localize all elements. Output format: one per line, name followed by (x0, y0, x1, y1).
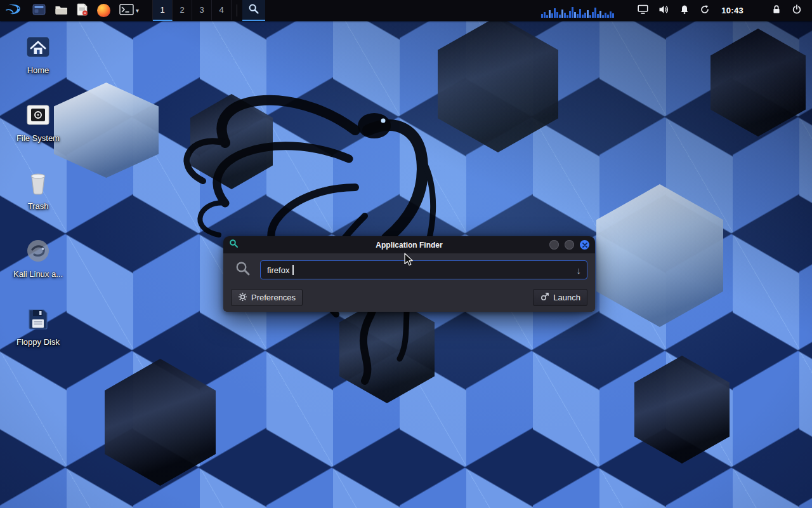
system-monitor-graph (541, 4, 616, 18)
text-editor-launcher[interactable] (72, 0, 93, 21)
top-panel: ▾ 1 2 3 4 (0, 0, 812, 21)
search-input[interactable]: firefox ↓ (260, 260, 587, 279)
power-icon (792, 4, 802, 17)
workspace-button-2[interactable]: 2 (173, 0, 192, 21)
desktop-icon-column: Home File System Trash (8, 32, 69, 363)
applications-menu-button[interactable] (0, 0, 28, 21)
panel-separator (237, 4, 237, 17)
maximize-button[interactable] (565, 240, 574, 250)
launch-label: Launch (553, 293, 580, 302)
application-finder-window: Application Finder (223, 236, 595, 312)
terminal-launcher[interactable]: ▾ (115, 0, 143, 21)
volume-icon (658, 4, 669, 17)
system-tray: 10:43 (541, 0, 812, 21)
workspace-button-1[interactable]: 1 (153, 0, 173, 21)
desktop-icon-trash[interactable]: Trash (8, 168, 69, 227)
updates-button[interactable] (695, 4, 715, 17)
desktop-icon-floppy-disk[interactable]: Floppy Disk (8, 304, 69, 363)
desktop-icon-file-system[interactable]: File System (8, 100, 69, 159)
volume-button[interactable] (653, 4, 674, 17)
text-editor-icon (77, 3, 88, 18)
launch-button[interactable]: Launch (533, 289, 587, 306)
close-button[interactable] (580, 240, 589, 250)
minimize-button[interactable] (549, 240, 559, 250)
logout-button[interactable] (787, 4, 807, 17)
floppy-disk-icon (24, 304, 52, 334)
file-manager-icon (55, 4, 68, 17)
kali-menu-icon (4, 2, 23, 19)
panel-launchers: ▾ 1 2 3 4 (0, 0, 265, 21)
search-input-value: firefox (267, 265, 289, 275)
arrow-down-icon[interactable]: ↓ (577, 265, 582, 275)
firefox-launcher[interactable] (93, 0, 115, 21)
clock[interactable]: 10:43 (721, 6, 743, 15)
keyring-lock-button[interactable] (766, 4, 787, 17)
trash-icon (24, 168, 52, 198)
display-settings-button[interactable] (632, 4, 653, 17)
search-row: firefox ↓ (231, 260, 587, 279)
window-title: Application Finder (223, 241, 595, 250)
text-caret (292, 265, 294, 275)
button-row: Preferences Launch (231, 289, 587, 306)
notifications-icon (679, 4, 690, 17)
desktop-icon-home[interactable]: Home (8, 32, 69, 91)
desktop-icon-kali-docs[interactable]: Kali Linux a... (8, 236, 69, 295)
firefox-icon (97, 4, 110, 17)
close-icon (582, 243, 587, 248)
gear-icon (238, 292, 247, 304)
file-system-icon (24, 100, 52, 130)
updates-icon (700, 4, 710, 17)
application-finder-icon (248, 3, 259, 17)
chevron-down-icon: ▾ (136, 7, 139, 14)
desktop-root: ▾ 1 2 3 4 (0, 0, 812, 508)
workspace-button-4[interactable]: 4 (212, 0, 232, 21)
desktop-icon-label: Home (27, 65, 49, 75)
preferences-button[interactable]: Preferences (231, 289, 303, 306)
run-icon (540, 292, 549, 304)
lock-icon (771, 4, 782, 17)
display-icon (638, 4, 648, 17)
titlebar[interactable]: Application Finder (223, 236, 595, 253)
file-manager-launcher[interactable] (50, 0, 72, 21)
desktop-icon-label: Trash (28, 201, 49, 211)
window-manager-icon (32, 4, 46, 17)
desktop-icon-label: Floppy Disk (16, 337, 60, 347)
window-controls (549, 240, 589, 250)
workspace-button-3[interactable]: 3 (192, 0, 212, 21)
preferences-label: Preferences (251, 293, 296, 302)
home-folder-icon (24, 32, 52, 62)
window-manager-launcher[interactable] (28, 0, 50, 21)
terminal-icon (119, 4, 134, 17)
kali-docs-icon (24, 236, 52, 266)
notifications-button[interactable] (674, 4, 695, 17)
finder-body: firefox ↓ Preferences (223, 253, 595, 312)
taskbar-application-finder-button[interactable] (242, 0, 265, 21)
workspace-switcher: 1 2 3 4 (152, 0, 232, 21)
desktop-icon-label: File System (16, 133, 60, 143)
search-icon (235, 260, 251, 279)
desktop-icon-label: Kali Linux a... (13, 269, 63, 279)
